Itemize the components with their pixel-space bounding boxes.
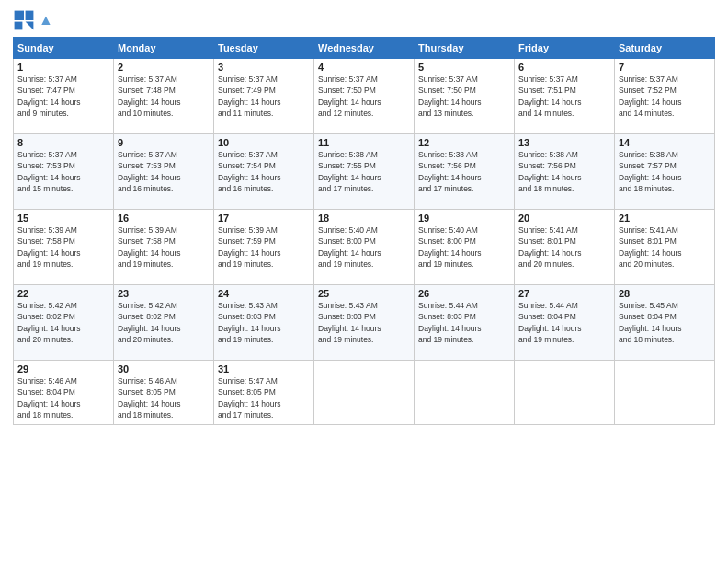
calendar-cell: 11Sunrise: 5:38 AM Sunset: 7:55 PM Dayli… bbox=[314, 134, 415, 210]
calendar-cell: 21Sunrise: 5:41 AM Sunset: 8:01 PM Dayli… bbox=[615, 210, 715, 285]
day-info: Sunrise: 5:44 AM Sunset: 8:03 PM Dayligh… bbox=[418, 300, 510, 345]
day-info: Sunrise: 5:42 AM Sunset: 8:02 PM Dayligh… bbox=[17, 300, 109, 345]
day-number: 29 bbox=[17, 363, 109, 374]
calendar-cell bbox=[515, 361, 615, 425]
day-number: 22 bbox=[17, 288, 109, 299]
header-row: SundayMondayTuesdayWednesdayThursdayFrid… bbox=[14, 38, 715, 59]
calendar-cell: 3Sunrise: 5:37 AM Sunset: 7:49 PM Daylig… bbox=[214, 59, 314, 134]
header: ▲ bbox=[13, 9, 715, 31]
day-number: 14 bbox=[619, 137, 711, 148]
day-number: 16 bbox=[118, 213, 210, 224]
day-info: Sunrise: 5:37 AM Sunset: 7:50 PM Dayligh… bbox=[318, 74, 410, 119]
calendar-cell: 17Sunrise: 5:39 AM Sunset: 7:59 PM Dayli… bbox=[214, 210, 314, 285]
calendar-cell: 27Sunrise: 5:44 AM Sunset: 8:04 PM Dayli… bbox=[515, 285, 615, 361]
calendar-cell: 24Sunrise: 5:43 AM Sunset: 8:03 PM Dayli… bbox=[214, 285, 314, 361]
day-number: 28 bbox=[619, 288, 711, 299]
day-info: Sunrise: 5:37 AM Sunset: 7:47 PM Dayligh… bbox=[17, 74, 109, 119]
day-number: 26 bbox=[418, 288, 510, 299]
day-number: 1 bbox=[17, 62, 109, 73]
day-info: Sunrise: 5:37 AM Sunset: 7:53 PM Dayligh… bbox=[118, 149, 210, 194]
day-number: 24 bbox=[218, 288, 310, 299]
calendar-cell: 10Sunrise: 5:37 AM Sunset: 7:54 PM Dayli… bbox=[214, 134, 314, 210]
day-number: 17 bbox=[218, 213, 310, 224]
weekday-header: Thursday bbox=[415, 38, 515, 59]
calendar-cell: 9Sunrise: 5:37 AM Sunset: 7:53 PM Daylig… bbox=[114, 134, 214, 210]
weekday-header: Sunday bbox=[14, 38, 114, 59]
calendar-cell: 30Sunrise: 5:46 AM Sunset: 8:05 PM Dayli… bbox=[114, 361, 214, 425]
calendar-cell bbox=[415, 361, 515, 425]
logo-icon bbox=[13, 9, 35, 31]
calendar-cell: 16Sunrise: 5:39 AM Sunset: 7:58 PM Dayli… bbox=[114, 210, 214, 285]
calendar-cell bbox=[314, 361, 415, 425]
day-number: 3 bbox=[218, 62, 310, 73]
day-number: 10 bbox=[218, 137, 310, 148]
day-info: Sunrise: 5:43 AM Sunset: 8:03 PM Dayligh… bbox=[218, 300, 310, 345]
calendar-week-row: 1Sunrise: 5:37 AM Sunset: 7:47 PM Daylig… bbox=[14, 59, 715, 134]
calendar-cell bbox=[615, 361, 715, 425]
calendar-cell: 22Sunrise: 5:42 AM Sunset: 8:02 PM Dayli… bbox=[14, 285, 114, 361]
day-number: 23 bbox=[118, 288, 210, 299]
page-container: ▲ SundayMondayTuesdayWednesdayThursdayFr… bbox=[0, 0, 728, 563]
weekday-header: Friday bbox=[515, 38, 615, 59]
day-info: Sunrise: 5:45 AM Sunset: 8:04 PM Dayligh… bbox=[619, 300, 711, 345]
day-info: Sunrise: 5:44 AM Sunset: 8:04 PM Dayligh… bbox=[518, 300, 610, 345]
day-info: Sunrise: 5:38 AM Sunset: 7:56 PM Dayligh… bbox=[518, 149, 610, 194]
calendar-cell: 1Sunrise: 5:37 AM Sunset: 7:47 PM Daylig… bbox=[14, 59, 114, 134]
day-info: Sunrise: 5:40 AM Sunset: 8:00 PM Dayligh… bbox=[318, 224, 410, 270]
calendar-cell: 29Sunrise: 5:46 AM Sunset: 8:04 PM Dayli… bbox=[14, 361, 114, 425]
weekday-header: Wednesday bbox=[314, 38, 415, 59]
svg-rect-1 bbox=[26, 11, 34, 20]
svg-rect-2 bbox=[15, 22, 23, 30]
day-info: Sunrise: 5:39 AM Sunset: 7:58 PM Dayligh… bbox=[17, 224, 109, 270]
day-info: Sunrise: 5:37 AM Sunset: 7:50 PM Dayligh… bbox=[418, 74, 510, 119]
day-info: Sunrise: 5:41 AM Sunset: 8:01 PM Dayligh… bbox=[518, 224, 610, 270]
svg-marker-3 bbox=[26, 22, 34, 30]
day-info: Sunrise: 5:46 AM Sunset: 8:04 PM Dayligh… bbox=[17, 375, 109, 420]
day-number: 25 bbox=[318, 288, 410, 299]
day-number: 18 bbox=[318, 213, 410, 224]
day-number: 27 bbox=[518, 288, 610, 299]
calendar-cell: 14Sunrise: 5:38 AM Sunset: 7:57 PM Dayli… bbox=[615, 134, 715, 210]
day-number: 6 bbox=[518, 62, 610, 73]
day-info: Sunrise: 5:38 AM Sunset: 7:55 PM Dayligh… bbox=[318, 149, 410, 194]
calendar-cell: 26Sunrise: 5:44 AM Sunset: 8:03 PM Dayli… bbox=[415, 285, 515, 361]
weekday-header: Tuesday bbox=[214, 38, 314, 59]
day-info: Sunrise: 5:39 AM Sunset: 7:59 PM Dayligh… bbox=[218, 224, 310, 270]
day-info: Sunrise: 5:46 AM Sunset: 8:05 PM Dayligh… bbox=[118, 375, 210, 420]
day-info: Sunrise: 5:40 AM Sunset: 8:00 PM Dayligh… bbox=[418, 224, 510, 270]
calendar-week-row: 15Sunrise: 5:39 AM Sunset: 7:58 PM Dayli… bbox=[14, 210, 715, 285]
weekday-header: Saturday bbox=[615, 38, 715, 59]
calendar-cell: 8Sunrise: 5:37 AM Sunset: 7:53 PM Daylig… bbox=[14, 134, 114, 210]
calendar-cell: 6Sunrise: 5:37 AM Sunset: 7:51 PM Daylig… bbox=[515, 59, 615, 134]
day-info: Sunrise: 5:41 AM Sunset: 8:01 PM Dayligh… bbox=[619, 224, 711, 270]
svg-rect-0 bbox=[15, 11, 24, 20]
calendar-table: SundayMondayTuesdayWednesdayThursdayFrid… bbox=[13, 37, 715, 425]
day-number: 4 bbox=[318, 62, 410, 73]
calendar-cell: 20Sunrise: 5:41 AM Sunset: 8:01 PM Dayli… bbox=[515, 210, 615, 285]
calendar-week-row: 29Sunrise: 5:46 AM Sunset: 8:04 PM Dayli… bbox=[14, 361, 715, 425]
weekday-header: Monday bbox=[114, 38, 214, 59]
day-number: 5 bbox=[418, 62, 510, 73]
calendar-body: 1Sunrise: 5:37 AM Sunset: 7:47 PM Daylig… bbox=[14, 59, 715, 425]
logo-accent: ▲ bbox=[39, 12, 53, 28]
logo: ▲ bbox=[13, 9, 53, 31]
calendar-cell: 25Sunrise: 5:43 AM Sunset: 8:03 PM Dayli… bbox=[314, 285, 415, 361]
calendar-cell: 19Sunrise: 5:40 AM Sunset: 8:00 PM Dayli… bbox=[415, 210, 515, 285]
calendar-cell: 2Sunrise: 5:37 AM Sunset: 7:48 PM Daylig… bbox=[114, 59, 214, 134]
calendar-week-row: 8Sunrise: 5:37 AM Sunset: 7:53 PM Daylig… bbox=[14, 134, 715, 210]
day-info: Sunrise: 5:42 AM Sunset: 8:02 PM Dayligh… bbox=[118, 300, 210, 345]
calendar-cell: 23Sunrise: 5:42 AM Sunset: 8:02 PM Dayli… bbox=[114, 285, 214, 361]
day-number: 2 bbox=[118, 62, 210, 73]
day-number: 21 bbox=[619, 213, 711, 224]
day-number: 7 bbox=[619, 62, 711, 73]
day-info: Sunrise: 5:47 AM Sunset: 8:05 PM Dayligh… bbox=[218, 375, 310, 420]
day-number: 8 bbox=[17, 137, 109, 148]
day-info: Sunrise: 5:39 AM Sunset: 7:58 PM Dayligh… bbox=[118, 224, 210, 270]
calendar-cell: 28Sunrise: 5:45 AM Sunset: 8:04 PM Dayli… bbox=[615, 285, 715, 361]
day-number: 31 bbox=[218, 363, 310, 374]
day-info: Sunrise: 5:37 AM Sunset: 7:54 PM Dayligh… bbox=[218, 149, 310, 194]
calendar-cell: 7Sunrise: 5:37 AM Sunset: 7:52 PM Daylig… bbox=[615, 59, 715, 134]
day-number: 15 bbox=[17, 213, 109, 224]
day-info: Sunrise: 5:37 AM Sunset: 7:49 PM Dayligh… bbox=[218, 74, 310, 119]
day-number: 20 bbox=[518, 213, 610, 224]
